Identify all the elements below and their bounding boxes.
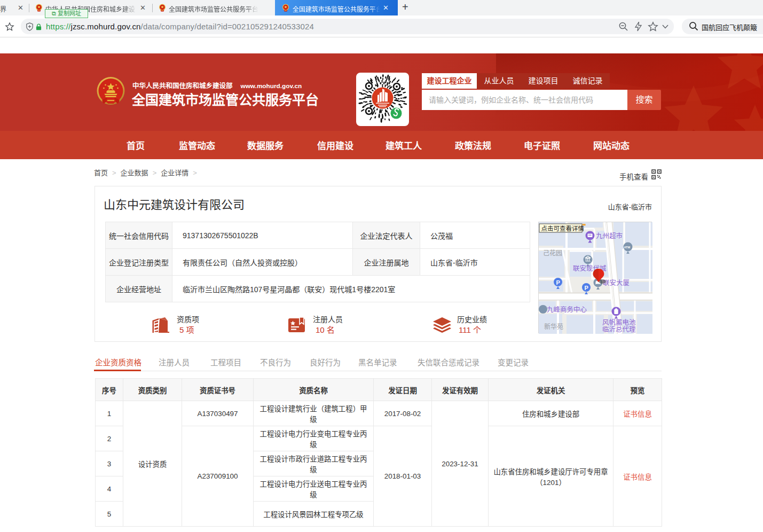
svg-text:己花园: 己花园	[543, 249, 562, 257]
svg-text:联安大厦: 联安大厦	[603, 279, 630, 287]
svg-text:ATM: ATM	[624, 246, 631, 249]
svg-text:P: P	[585, 285, 588, 291]
svg-text:临沂总代理: 临沂总代理	[602, 326, 636, 333]
svg-text:风帆蓄电池: 风帆蓄电池	[602, 318, 636, 326]
svg-text:新华苑: 新华苑	[544, 323, 563, 331]
svg-text:九峰商务中心: 九峰商务中心	[547, 306, 587, 314]
svg-text:九州超市: 九州超市	[596, 232, 623, 240]
svg-text:P: P	[556, 279, 560, 286]
svg-text:点击可查看详情: 点击可查看详情	[541, 225, 585, 232]
